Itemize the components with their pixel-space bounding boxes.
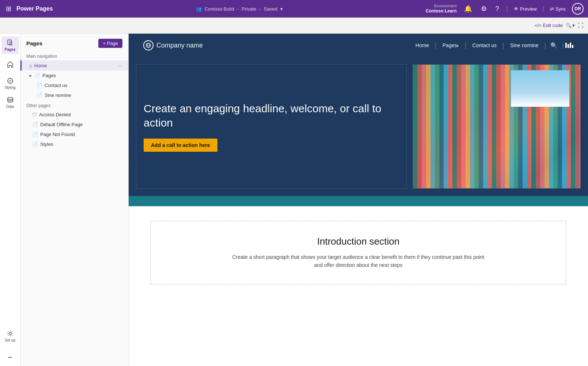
svg-rect-1	[9, 41, 12, 46]
content-area: Company name Home | Pages▾ | Contact us …	[129, 34, 588, 366]
svg-point-3	[8, 97, 13, 99]
pages-sidebar-label: Pages	[5, 48, 15, 52]
sine-nav-label: Sine nomine	[45, 93, 71, 98]
logo-circle	[143, 40, 153, 50]
content-section: Introduction section Create a short para…	[129, 206, 588, 299]
contact-nav-label: Contact us	[45, 83, 67, 88]
sky-image-overlay	[511, 70, 569, 107]
site-navbar: Company name Home | Pages▾ | Contact us …	[129, 34, 588, 57]
saved-status: Saved	[264, 6, 277, 12]
edit-code-button[interactable]: </> Edit code	[535, 23, 563, 28]
nav-item-pages[interactable]: ▶ 📄 Pages	[20, 71, 128, 80]
contact-nav-icon: 📄	[37, 83, 42, 88]
site-logo: Company name	[143, 40, 203, 50]
avatar[interactable]: DR	[572, 3, 584, 15]
site-logo-text: Company name	[156, 42, 203, 49]
sine-nav-icon: 📄	[37, 93, 42, 98]
intro-box: Introduction section Create a short para…	[151, 221, 566, 284]
env-info: Environment Contoso Learn	[426, 3, 457, 14]
sidebar-item-styling[interactable]: Styling	[1, 75, 19, 92]
site-nav-bars	[565, 43, 573, 48]
sidebar-item-data[interactable]: Data	[1, 94, 19, 111]
home-nav-icon: ⌂	[29, 63, 32, 68]
site-preview: Company name Home | Pages▾ | Contact us …	[129, 34, 588, 366]
notifications-button[interactable]: 🔔	[463, 3, 474, 14]
separator1: -	[237, 6, 239, 12]
nav-item-home[interactable]: ⌂ Home ···	[20, 60, 128, 71]
home-nav-label: Home	[34, 63, 47, 68]
data-icon	[7, 96, 14, 103]
page-not-found-icon: 📄	[32, 132, 38, 137]
sidebar-item-home[interactable]	[1, 56, 19, 73]
help-button[interactable]: ?	[494, 4, 501, 14]
nav-item-contact[interactable]: 📄 Contact us	[20, 80, 128, 90]
project-info: 👥 Contoso Build - Private - Saved ▾	[57, 6, 422, 12]
project-name: Contoso Build	[205, 6, 234, 12]
nav-item-styles[interactable]: 📄 Styles	[20, 139, 128, 149]
dropdown-arrow[interactable]: ▾	[280, 6, 283, 12]
people-icon: 👥	[196, 6, 202, 12]
site-nav-home[interactable]: Home	[411, 39, 433, 51]
page-nav-icon: 📄	[34, 73, 40, 78]
sidebar-item-pages[interactable]: Pages	[1, 37, 19, 54]
logo-icon	[145, 42, 151, 48]
main-layout: Pages Styling Data	[0, 34, 588, 366]
code-icon: </>	[535, 23, 542, 28]
env-label: Environment	[426, 3, 457, 8]
svg-point-4	[9, 332, 11, 335]
setup-label: Set up	[5, 338, 15, 342]
nav-item-sine[interactable]: 📄 Sine nomine	[20, 90, 128, 100]
site-nav-contact[interactable]: Contact us	[468, 39, 501, 51]
default-offline-label: Default Offline Page	[40, 122, 83, 127]
nav-item-page-not-found[interactable]: 📄 Page Not Found	[20, 129, 128, 139]
sync-button[interactable]: ⇄ Sync	[550, 6, 566, 12]
data-label: Data	[6, 105, 14, 109]
expand-button[interactable]: ⛶	[578, 22, 584, 29]
teal-accent-bar	[129, 196, 588, 206]
site-nav-pages[interactable]: Pages▾	[438, 39, 463, 51]
intro-text: Create a short paragraph that shows your…	[231, 253, 486, 269]
second-bar: </> Edit code 🔍 ▾ ⛶	[0, 18, 588, 34]
pages-panel-title: Pages	[26, 40, 42, 46]
default-offline-icon: 📄	[32, 122, 38, 127]
hero-image	[413, 65, 580, 188]
settings-button[interactable]: ⚙	[479, 3, 488, 14]
env-name: Contoso Learn	[426, 8, 457, 14]
home-more-button[interactable]: ···	[117, 63, 122, 68]
other-pages-label: Other pages	[20, 100, 128, 110]
access-denied-label: Access Denied	[39, 112, 71, 117]
zoom-button[interactable]: 🔍 ▾	[566, 23, 575, 28]
preview-icon: 👁	[514, 6, 519, 12]
icon-sidebar: Pages Styling Data	[0, 34, 20, 366]
edit-code-label: Edit code	[543, 23, 563, 28]
hero-right	[413, 64, 581, 189]
site-hero: Create an engaging headline, welcome, or…	[129, 57, 588, 196]
zoom-icon: 🔍	[566, 23, 572, 28]
pages-chevron-icon: ▶	[29, 73, 32, 78]
grid-menu-button[interactable]: ⊞	[4, 3, 13, 14]
styling-icon	[7, 77, 14, 84]
zoom-arrow: ▾	[572, 23, 575, 28]
hero-cta-button[interactable]: Add a call to action here	[144, 139, 217, 152]
nav-item-default-offline[interactable]: 📄 Default Offline Page	[20, 120, 128, 129]
nav-item-access-denied[interactable]: 🛡 Access Denied	[20, 110, 128, 120]
preview-button[interactable]: 👁 Preview	[514, 6, 537, 12]
separator2: -	[259, 6, 261, 12]
home-icon	[7, 61, 14, 68]
intro-title: Introduction section	[158, 236, 558, 247]
hero-headline: Create an engaging headline, welcome, or…	[144, 101, 399, 130]
sidebar-item-more[interactable]: •••	[1, 348, 19, 366]
preview-label: Preview	[520, 6, 537, 12]
sidebar-item-setup[interactable]: Set up	[1, 329, 19, 347]
add-page-button[interactable]: + Page	[98, 39, 122, 48]
sync-label: Sync	[555, 6, 566, 12]
setup-icon	[7, 330, 14, 337]
top-bar-right: Environment Contoso Learn 🔔 ⚙ ? | 👁 Prev…	[426, 3, 584, 15]
top-bar: ⊞ Power Pages 👥 Contoso Build - Private …	[0, 0, 588, 18]
access-denied-icon: 🛡	[32, 112, 37, 117]
hero-left: Create an engaging headline, welcome, or…	[136, 64, 407, 189]
site-search-icon[interactable]: 🔍	[547, 39, 561, 52]
pages-nav-label: Pages	[42, 73, 56, 78]
site-nav-sine[interactable]: Sine nomine	[506, 39, 543, 51]
styles-label: Styles	[40, 142, 53, 147]
